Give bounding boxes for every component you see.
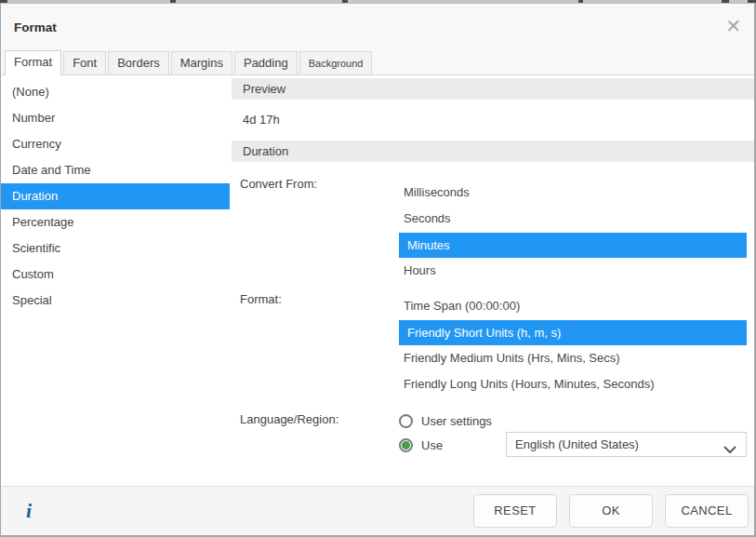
language-region-label: Language/Region: <box>240 412 338 426</box>
reset-button[interactable]: RESET <box>473 494 557 528</box>
chevron-down-icon <box>723 441 736 458</box>
dialog-footer: i RESET OK CANCEL <box>1 486 754 535</box>
format-category-list: (None) Number Currency Date and Time Dur… <box>1 79 230 314</box>
sidebar-item-number[interactable]: Number <box>1 105 230 131</box>
radio-unchecked-icon[interactable] <box>399 414 413 428</box>
sidebar-item-currency[interactable]: Currency <box>1 131 230 157</box>
sidebar-item-percentage[interactable]: Percentage <box>1 209 230 235</box>
radio-use-label: Use <box>421 438 443 452</box>
dialog-body: (None) Number Currency Date and Time Dur… <box>1 75 754 490</box>
format-option-friendly-long[interactable]: Friendly Long Units (Hours, Minutes, Sec… <box>399 371 747 397</box>
tab-background[interactable]: Background <box>299 51 373 74</box>
sidebar-item-special[interactable]: Special <box>1 288 230 314</box>
tab-borders[interactable]: Borders <box>108 51 169 74</box>
radio-use[interactable]: Use <box>399 436 443 454</box>
format-dialog: Format ✕ Format Font Borders Margins Pad… <box>0 3 756 537</box>
radio-user-settings[interactable]: User settings <box>399 411 492 430</box>
format-label: Format: <box>240 292 282 306</box>
dialog-header: Format ✕ <box>1 4 754 50</box>
tab-margins[interactable]: Margins <box>171 51 232 74</box>
format-option-friendly-short[interactable]: Friendly Short Units (h, m, s) <box>399 320 747 345</box>
tab-font[interactable]: Font <box>63 51 106 74</box>
convert-from-list: Milliseconds Seconds Minutes Hours <box>399 180 747 284</box>
convert-option-hours[interactable]: Hours <box>399 258 747 284</box>
preview-section-header: Preview <box>232 78 754 100</box>
cancel-button[interactable]: CANCEL <box>665 494 749 528</box>
tab-format[interactable]: Format <box>5 50 61 75</box>
format-option-friendly-medium[interactable]: Friendly Medium Units (Hrs, Mins, Secs) <box>399 345 747 371</box>
convert-option-minutes[interactable]: Minutes <box>399 233 747 258</box>
radio-user-settings-label: User settings <box>421 414 492 428</box>
sidebar-item-scientific[interactable]: Scientific <box>1 235 230 262</box>
convert-option-milliseconds[interactable]: Milliseconds <box>399 180 747 206</box>
dialog-title: Format <box>14 20 57 34</box>
sidebar-item-duration[interactable]: Duration <box>1 183 230 209</box>
ok-button[interactable]: OK <box>569 494 653 528</box>
convert-option-seconds[interactable]: Seconds <box>399 206 747 232</box>
footer-buttons: RESET OK CANCEL <box>473 494 749 528</box>
language-dropdown[interactable]: English (United States) <box>506 432 747 457</box>
preview-value: 4d 17h <box>243 113 280 127</box>
sidebar-item-date-and-time[interactable]: Date and Time <box>1 157 230 183</box>
close-icon[interactable]: ✕ <box>725 17 741 35</box>
sidebar-item-custom[interactable]: Custom <box>1 262 230 288</box>
format-list: Time Span (00:00:00) Friendly Short Unit… <box>399 293 747 397</box>
convert-from-label: Convert From: <box>240 177 317 191</box>
duration-section-header: Duration <box>232 141 754 162</box>
format-option-time-span[interactable]: Time Span (00:00:00) <box>399 293 747 319</box>
format-settings-panel: Preview 4d 17h Duration Convert From: Mi… <box>232 75 754 490</box>
radio-checked-icon[interactable] <box>399 438 413 452</box>
language-dropdown-value: English (United States) <box>515 433 639 456</box>
sidebar-item-none[interactable]: (None) <box>1 79 230 105</box>
info-icon[interactable]: i <box>26 499 32 523</box>
tab-bar: Format Font Borders Margins Padding Back… <box>1 50 754 75</box>
screen: Format ✕ Format Font Borders Margins Pad… <box>0 0 756 537</box>
tab-padding[interactable]: Padding <box>234 51 298 74</box>
